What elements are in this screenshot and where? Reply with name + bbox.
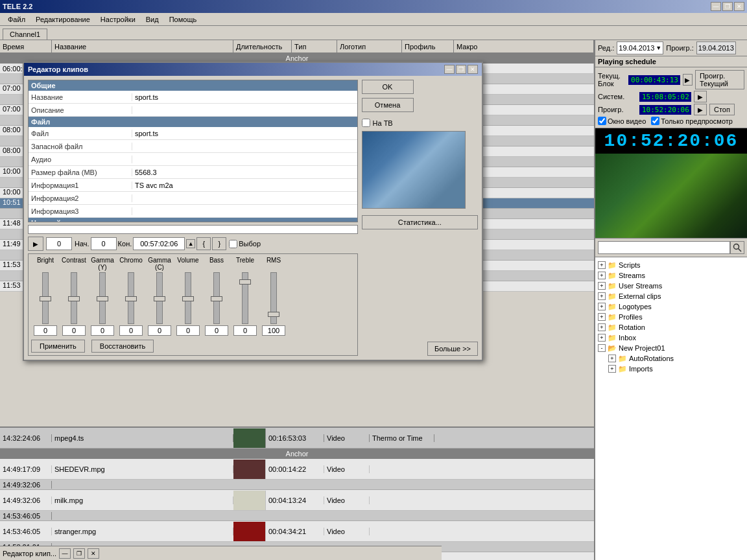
- slider-thumb-treble[interactable]: [239, 279, 251, 285]
- bracket-close-btn[interactable]: }: [212, 237, 226, 250]
- slider-bright: [31, 272, 60, 336]
- input-volume[interactable]: [176, 325, 200, 336]
- end-label: Кон.: [118, 240, 132, 248]
- dialog-title-bar: Редактор клипов — ❐ ✕: [24, 63, 482, 76]
- apply-button[interactable]: Применить: [31, 340, 85, 353]
- slider-track-contrast: [71, 272, 77, 324]
- play-button[interactable]: ▶: [28, 237, 43, 251]
- end-field[interactable]: [133, 237, 185, 250]
- field-file[interactable]: Файл sport.ts: [29, 127, 357, 140]
- restore-button[interactable]: Восстановить: [91, 340, 154, 353]
- selection-checkbox[interactable]: Выбор: [229, 240, 261, 248]
- dialog-title-text: Редактор клипов: [28, 65, 88, 73]
- section-settings: Настройки: [29, 218, 357, 222]
- input-chromo[interactable]: [119, 325, 143, 336]
- slider-track-bright: [42, 272, 49, 324]
- field-backup-file[interactable]: Запасной файл: [29, 140, 357, 153]
- sliders-row: [31, 272, 355, 336]
- cancel-button[interactable]: Отмена: [362, 98, 414, 112]
- progress-row: [28, 225, 358, 234]
- na-tv-checkbox[interactable]: На ТВ: [362, 119, 478, 127]
- slider-thumb-gammay[interactable]: [97, 296, 108, 301]
- slider-gamma-y: [88, 272, 117, 336]
- field-info3[interactable]: Информация3: [29, 205, 357, 218]
- section-general: Общие: [29, 80, 357, 91]
- input-gammac[interactable]: [148, 325, 171, 336]
- slider-thumb-contrast[interactable]: [68, 296, 80, 301]
- form-scroll[interactable]: Общие Название sport.ts Описание Файл Фа…: [28, 80, 358, 222]
- dialog-overlay: Редактор клипов — ❐ ✕ Общие Название spo…: [0, 0, 747, 560]
- slider-thumb-volume[interactable]: [182, 296, 194, 301]
- label-rms: RMS: [259, 257, 288, 271]
- label-bright: Bright: [31, 257, 60, 271]
- dialog-body: Общие Название sport.ts Описание Файл Фа…: [24, 76, 482, 360]
- progress-bar[interactable]: [28, 225, 358, 234]
- playback-controls: ▶ Нач. Кон. ▲ { } Выбор: [28, 237, 358, 251]
- slider-rms: [259, 272, 288, 336]
- slider-thumb-bass[interactable]: [211, 296, 222, 301]
- slider-chromo: [117, 272, 145, 336]
- input-treble[interactable]: [233, 325, 257, 336]
- dialog-left: Общие Название sport.ts Описание Файл Фа…: [28, 80, 358, 356]
- slider-track-volume: [185, 272, 191, 324]
- field-filesize[interactable]: Размер файла (МВ) 5568.3: [29, 166, 357, 179]
- start-label: Нач.: [75, 240, 89, 248]
- input-bright[interactable]: [34, 325, 57, 336]
- field-desc[interactable]: Описание: [29, 104, 357, 117]
- slider-track-treble: [242, 272, 248, 324]
- dialog-preview-thumb: [362, 131, 466, 209]
- slider-thumb-bright[interactable]: [40, 296, 51, 301]
- slider-thumb-rms[interactable]: [268, 312, 279, 317]
- ok-button[interactable]: OK: [362, 80, 414, 94]
- slider-track-gammay: [99, 272, 106, 324]
- label-gamma-c: Gamma (C): [145, 257, 174, 271]
- stats-button[interactable]: Статистика...: [362, 215, 478, 229]
- more-button[interactable]: Больше >>: [427, 342, 478, 356]
- controls-group: Нач. Кон. ▲ { }: [75, 237, 226, 250]
- field-info1[interactable]: Информация1 TS avc m2a: [29, 179, 357, 192]
- slider-bass: [202, 272, 231, 336]
- label-treble: Treble: [231, 257, 259, 271]
- sliders-section: Bright Contrast Gamma (Y) Chromo Gamma (…: [28, 253, 358, 356]
- input-rms[interactable]: [262, 325, 285, 336]
- dialog-close-btn[interactable]: ✕: [468, 65, 478, 74]
- label-gamma-y: Gamma (Y): [88, 257, 117, 271]
- label-bass: Bass: [202, 257, 231, 271]
- slider-volume: [174, 272, 202, 336]
- section-file: Файл: [29, 117, 357, 127]
- bracket-open-btn[interactable]: {: [196, 237, 211, 250]
- start-input[interactable]: [46, 237, 72, 250]
- field-name[interactable]: Название sport.ts: [29, 91, 357, 104]
- label-volume: Volume: [174, 257, 202, 271]
- dialog-controls: — ❐ ✕: [444, 65, 478, 74]
- label-contrast: Contrast: [60, 257, 88, 271]
- dialog-right: OK Отмена На ТВ Статистика... Больше >>: [362, 80, 478, 356]
- slider-track-chromo: [128, 272, 134, 324]
- dialog-preview-image: [362, 132, 465, 208]
- start-field[interactable]: [91, 237, 117, 250]
- slider-labels-row: Bright Contrast Gamma (Y) Chromo Gamma (…: [31, 257, 355, 271]
- input-gammay[interactable]: [91, 325, 114, 336]
- label-chromo: Chromo: [117, 257, 145, 271]
- more-btn-row: Больше >>: [362, 336, 478, 356]
- slider-gamma-c: [145, 272, 174, 336]
- field-audio[interactable]: Аудио: [29, 153, 357, 166]
- slider-thumb-gammac[interactable]: [154, 296, 165, 301]
- input-contrast[interactable]: [62, 325, 86, 336]
- spin-up-btn[interactable]: ▲: [186, 239, 195, 248]
- slider-contrast: [60, 272, 88, 336]
- slider-track-rms: [270, 272, 277, 324]
- na-tv-row: На ТВ: [362, 119, 478, 127]
- slider-track-bass: [213, 272, 220, 324]
- slider-treble: [231, 272, 259, 336]
- slider-buttons: Применить Восстановить: [31, 340, 355, 353]
- clip-editor-dialog: Редактор клипов — ❐ ✕ Общие Название spo…: [23, 62, 483, 361]
- slider-track-gammac: [156, 272, 163, 324]
- input-bass[interactable]: [205, 325, 228, 336]
- na-tv-label: На ТВ: [373, 119, 393, 127]
- field-info2[interactable]: Информация2: [29, 192, 357, 205]
- dialog-minimize-btn[interactable]: —: [444, 65, 455, 74]
- dialog-restore-btn[interactable]: ❐: [456, 65, 466, 74]
- slider-thumb-chromo[interactable]: [125, 296, 137, 301]
